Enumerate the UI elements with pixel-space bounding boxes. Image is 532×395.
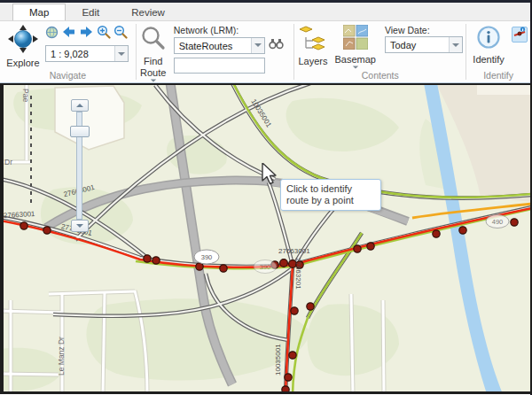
scale-value: 1 : 9,028: [46, 46, 114, 61]
tooltip-line1: Click to identify: [286, 183, 375, 195]
group-navigate: Explore 1 : 9,028 Navigate: [0, 21, 136, 82]
zoom-slider-handle[interactable]: [70, 126, 90, 137]
route-label: 27663001: [278, 247, 310, 255]
group-identify: Identify Identify: [466, 21, 530, 82]
explore-label: Explore: [6, 58, 39, 68]
group-find: Find Route Network (LRM): StateRoutes: [137, 21, 294, 82]
basemap-tiles-icon: [343, 25, 368, 53]
identify-button[interactable]: Identify: [473, 25, 504, 65]
forward-arrow-icon[interactable]: [79, 26, 94, 42]
layers-button[interactable]: Layers: [298, 25, 327, 66]
chevron-down-icon: [254, 43, 262, 47]
network-dropdown-button[interactable]: [251, 38, 264, 53]
shield-east: 490: [492, 218, 504, 226]
street-label: Dr: [4, 158, 12, 167]
zoom-out-icon[interactable]: [113, 25, 128, 43]
network-combo[interactable]: StateRoutes: [174, 37, 265, 54]
street-label: Pae: [21, 89, 30, 102]
binoculars-icon[interactable]: [269, 36, 284, 54]
route-label: 10035001: [274, 344, 282, 376]
zoom-slider-up-button[interactable]: [71, 99, 89, 112]
chevron-down-icon: [452, 43, 459, 47]
explore-icon: [8, 25, 38, 57]
route-label: 27663001: [4, 210, 36, 220]
map-canvas[interactable]: 390 390 490 27663001 27663001 27763001 2…: [0, 83, 532, 394]
tab-review[interactable]: Review: [115, 4, 181, 20]
chevron-down-icon: [118, 52, 125, 56]
tab-map[interactable]: Map: [12, 4, 66, 20]
chevron-down-icon: [353, 66, 358, 68]
layers-icon: [300, 25, 326, 55]
find-route-label-line1: Find: [144, 57, 162, 66]
identify-group-label: Identify: [466, 70, 530, 82]
basemap-label: Basemap: [334, 55, 375, 65]
tab-edit[interactable]: Edit: [66, 4, 115, 20]
view-date-value: Today: [386, 37, 449, 52]
identify-label: Identify: [473, 55, 504, 65]
find-route-magnifier-icon: [140, 25, 167, 55]
identify-info-icon: [476, 25, 501, 53]
ribbon-tabstrip: Map Edit Review: [0, 3, 530, 21]
view-date-dropdown-button[interactable]: [449, 37, 462, 52]
network-lrm-label: Network (LRM):: [174, 25, 284, 35]
identify-route-point-icon: [513, 27, 526, 43]
view-date-combo[interactable]: Today: [385, 36, 463, 53]
shield-center: 390: [260, 263, 271, 271]
explore-button[interactable]: Explore: [3, 25, 43, 68]
route-input[interactable]: [174, 58, 265, 74]
zoom-slider-down-button[interactable]: [71, 220, 89, 232]
map-zoom-slider: [69, 99, 90, 232]
shield-west: 390: [201, 253, 213, 261]
chevron-down-icon: [151, 79, 156, 81]
street-label: Le Manz Dr: [57, 337, 66, 376]
globe-icon[interactable]: [45, 26, 59, 43]
group-contents: Layers Basemap: [294, 21, 466, 82]
app-window: Map Edit Review: [0, 0, 532, 395]
identify-tooltip: Click to identify route by a point: [280, 179, 381, 211]
layers-label: Layers: [298, 57, 327, 66]
mouse-cursor-icon: [259, 163, 277, 190]
tooltip-line2: route by a point: [286, 195, 375, 206]
view-date-label: View Date:: [385, 25, 463, 35]
find-route-label-line2: Route: [140, 68, 166, 78]
chevron-up-icon: [76, 104, 83, 107]
find-route-button[interactable]: Find Route: [140, 25, 167, 82]
basemap-button[interactable]: Basemap: [334, 25, 375, 69]
scale-combo[interactable]: 1 : 9,028: [45, 45, 129, 62]
chevron-down-icon: [76, 224, 83, 228]
navigate-group-label: Navigate: [0, 70, 136, 82]
scale-dropdown-button[interactable]: [114, 46, 128, 61]
back-arrow-icon[interactable]: [61, 26, 76, 42]
contents-group-label: Contents: [294, 70, 466, 82]
route-label: 27663201: [294, 258, 302, 290]
zoom-in-icon[interactable]: [97, 25, 111, 43]
identify-route-point-tool[interactable]: [512, 27, 528, 43]
zoom-slider-ticks: [30, 96, 32, 205]
network-value: StateRoutes: [175, 38, 251, 53]
ribbon: Explore 1 : 9,028 Navigate: [0, 21, 530, 83]
